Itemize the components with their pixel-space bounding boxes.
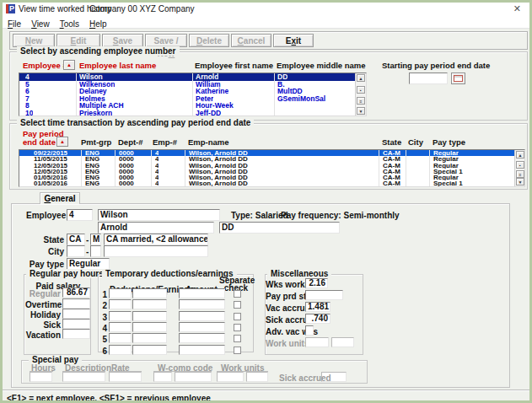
employee-last: Wilkenson	[79, 81, 115, 89]
transaction-paytype: Regular	[433, 156, 459, 162]
transaction-pmt: ENG	[85, 156, 99, 162]
app-window: P View time worked history Company 00 XY…	[0, 0, 532, 403]
transaction-state: CA-M	[383, 169, 400, 175]
employee-number: 6	[25, 88, 30, 95]
transaction-row-4[interactable]: 01/05/2016ENG00004Wilson, Arnold DDCA-MR…	[19, 175, 524, 180]
transaction-grid-scrollbar[interactable]: ▲ ▪ ≡ ▼	[514, 150, 524, 186]
menu-tools[interactable]: Tools	[55, 18, 84, 29]
transaction-emp: 4	[155, 175, 159, 180]
new-button[interactable]: New	[13, 34, 55, 47]
scroll-page-icon-2[interactable]: ≡	[516, 170, 524, 178]
menu-bar: FileViewToolsHelp	[3, 15, 529, 29]
employee-middle: DD	[277, 73, 287, 81]
employee-number: 5	[25, 81, 30, 89]
employee-first: Arnold	[196, 73, 218, 81]
col-employee-last-name: Employee last name	[79, 61, 156, 70]
transaction-row-0[interactable]: 09/22/2015ENG00004Wilson, Arnold DDCA-MR…	[19, 150, 524, 156]
save-new-button[interactable]: Save / New	[145, 34, 187, 47]
transaction-row-2[interactable]: 12/05/2015ENG00004Wilson, Arnold DDCA-MR…	[19, 163, 524, 169]
col-pay-period-line2: end date	[23, 137, 56, 147]
title-bar: P View time worked history Company 00 XY…	[3, 3, 529, 15]
cancel-button[interactable]: Cancel	[231, 34, 271, 47]
employee-grid[interactable]: 4WilsonArnoldDD5WilkensonWilliamB.6Delan…	[19, 73, 367, 116]
transaction-pmt: ENG	[85, 163, 99, 169]
transaction-paytype: Special 1	[433, 180, 463, 186]
employee-number: 8	[25, 102, 30, 110]
transaction-state: CA-M	[383, 156, 400, 162]
transaction-paytype: Regular	[433, 150, 459, 156]
transaction-date: 09/22/2015	[34, 150, 67, 156]
transaction-name: Wilson, Arnold DD	[189, 150, 248, 156]
employee-grid-scrollbar[interactable]: ▲ ▪ ≡ ▼	[355, 73, 366, 116]
employee-select-title: Select by ascending employee number	[17, 46, 180, 56]
employee-last: Holmes	[79, 95, 105, 103]
employee-middle: MultDD	[277, 88, 303, 95]
scroll-down-icon-2[interactable]: ▼	[516, 178, 524, 185]
transaction-date: 01/05/2016	[34, 180, 67, 186]
employee-first: Katherine	[196, 88, 228, 95]
scroll-up-icon[interactable]: ▲	[357, 74, 365, 82]
app-icon: P	[6, 4, 15, 13]
scroll-down-icon[interactable]: ▼	[357, 107, 365, 115]
col-emp-num: Emp-#	[153, 137, 177, 147]
transaction-dept: 0000	[119, 169, 134, 175]
transaction-dept: 0000	[119, 175, 134, 180]
menu-file[interactable]: File	[3, 18, 26, 29]
transaction-emp: 4	[155, 156, 159, 162]
employee-first: Hour-Week	[196, 102, 234, 110]
save-button[interactable]: Save	[102, 34, 143, 47]
scroll-up-icon-2[interactable]: ▲	[516, 151, 524, 159]
col-employee-middle-name: Employee middle name	[277, 61, 366, 70]
close-icon[interactable]: ✕	[513, 3, 521, 14]
employee-middle: B.	[277, 81, 285, 89]
transaction-emp: 4	[155, 150, 159, 156]
col-pay-type: Pay type	[433, 137, 465, 147]
starting-pay-period-input[interactable]	[409, 73, 448, 84]
employee-number: 4	[25, 73, 30, 81]
transaction-state: CA-M	[383, 175, 400, 180]
transaction-paytype: Special 1	[433, 169, 463, 175]
edit-button[interactable]: Edit	[56, 34, 100, 47]
general-tab-panel	[11, 203, 510, 388]
transaction-name: Wilson, Arnold DD	[189, 156, 248, 162]
transaction-date: 12/05/2015	[34, 169, 67, 175]
transaction-date: 11/05/2015	[34, 156, 67, 162]
menu-view[interactable]: View	[26, 18, 55, 29]
menu-help[interactable]: Help	[84, 18, 112, 29]
transaction-grid[interactable]: 09/22/2015ENG00004Wilson, Arnold DDCA-MR…	[19, 149, 525, 187]
transaction-row-5[interactable]: 01/05/2016ENG00004Wilson, Arnold DDCA-MS…	[19, 180, 524, 186]
sort-ascending-button[interactable]: ▲	[63, 60, 75, 70]
transaction-pmt: ENG	[85, 169, 99, 175]
scroll-page-icon[interactable]: ≡	[357, 97, 365, 105]
employee-number: 7	[25, 95, 30, 103]
scroll-thumb[interactable]: ▪	[357, 86, 365, 94]
scroll-thumb-2[interactable]: ▪	[516, 161, 524, 169]
col-pmt-grp: Pmt-grp	[81, 137, 111, 147]
employee-first: William	[196, 81, 221, 89]
status-text: <F1> = next employee, <SF1> = previous e…	[7, 394, 211, 403]
transaction-dept: 0000	[119, 163, 134, 169]
col-dept: Dept-#	[118, 137, 143, 147]
employee-first: Jeff-DD	[196, 110, 221, 117]
company-title: Company 00 XYZ Company	[89, 4, 195, 13]
col-emp-name: Emp-name	[188, 137, 229, 147]
transaction-paytype: Regular	[433, 163, 459, 169]
exit-button[interactable]: Exit	[273, 34, 314, 47]
transaction-pmt: ENG	[85, 150, 99, 156]
delete-button[interactable]: Delete	[189, 34, 229, 47]
transaction-row-3[interactable]: 12/05/2015ENG00004Wilson, Arnold DDCA-MS…	[19, 169, 524, 175]
transaction-row-1[interactable]: 11/05/2015ENG00004Wilson, Arnold DDCA-MR…	[19, 156, 524, 162]
transaction-dept: 0000	[119, 150, 134, 156]
employee-last: Wilson	[79, 73, 103, 81]
calendar-button[interactable]	[451, 73, 465, 84]
employee-last: Multiple ACH	[79, 102, 124, 110]
employee-first: Peter	[196, 95, 213, 103]
tab-general[interactable]: General	[40, 192, 80, 204]
transaction-select-title: Select time transaction by ascending pay…	[17, 118, 254, 127]
transaction-name: Wilson, Arnold DD	[189, 169, 248, 175]
transaction-date: 01/05/2016	[34, 175, 67, 180]
transaction-emp: 4	[155, 180, 159, 186]
sort-ascending-button-2[interactable]: ▲	[56, 137, 68, 147]
starting-pay-period-label: Starting pay period end date	[382, 61, 490, 70]
transaction-state: CA-M	[383, 150, 400, 156]
